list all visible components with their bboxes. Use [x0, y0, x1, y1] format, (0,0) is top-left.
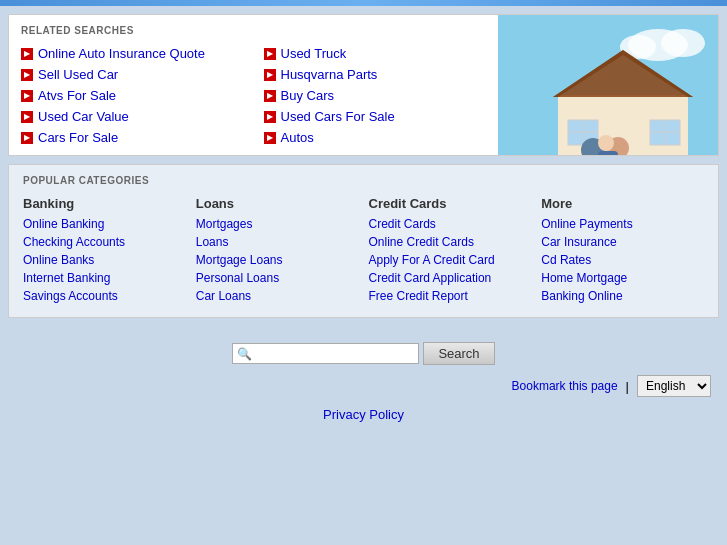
related-section: RELATED SEARCHES ▶ Online Auto Insurance…	[8, 14, 719, 156]
list-item: ▶ Online Auto Insurance Quote	[21, 46, 244, 61]
link-mortgages[interactable]: Mortgages	[196, 217, 359, 231]
category-more: More Online Payments Car Insurance Cd Ra…	[541, 196, 704, 307]
related-link-autos[interactable]: Autos	[281, 130, 314, 145]
category-loans: Loans Mortgages Loans Mortgage Loans Per…	[196, 196, 359, 307]
separator: |	[626, 379, 629, 394]
link-personal-loans[interactable]: Personal Loans	[196, 271, 359, 285]
main-wrapper: RELATED SEARCHES ▶ Online Auto Insurance…	[0, 6, 727, 440]
category-title-credit-cards: Credit Cards	[369, 196, 532, 211]
category-banking: Banking Online Banking Checking Accounts…	[23, 196, 186, 307]
arrow-icon: ▶	[21, 111, 33, 123]
bottom-bar: Bookmark this page | English Spanish Fre…	[8, 371, 719, 401]
related-links-grid: ▶ Online Auto Insurance Quote ▶ Used Tru…	[21, 46, 486, 145]
arrow-icon: ▶	[264, 69, 276, 81]
related-content: RELATED SEARCHES ▶ Online Auto Insurance…	[9, 15, 498, 155]
link-online-banks[interactable]: Online Banks	[23, 253, 186, 267]
related-header: RELATED SEARCHES	[21, 25, 486, 36]
house-background-svg	[498, 15, 718, 155]
svg-point-22	[598, 135, 614, 151]
arrow-icon: ▶	[264, 111, 276, 123]
link-credit-cards[interactable]: Credit Cards	[369, 217, 532, 231]
arrow-icon: ▶	[264, 48, 276, 60]
popular-header: POPULAR CATEGORIES	[23, 175, 704, 186]
category-title-more: More	[541, 196, 704, 211]
link-checking-accounts[interactable]: Checking Accounts	[23, 235, 186, 249]
list-item: ▶ Used Truck	[264, 46, 487, 61]
svg-point-2	[661, 29, 705, 57]
link-online-payments[interactable]: Online Payments	[541, 217, 704, 231]
link-mortgage-loans[interactable]: Mortgage Loans	[196, 253, 359, 267]
search-bar: 🔍 Search	[8, 328, 719, 371]
link-online-banking[interactable]: Online Banking	[23, 217, 186, 231]
categories-grid: Banking Online Banking Checking Accounts…	[23, 196, 704, 307]
search-button[interactable]: Search	[423, 342, 494, 365]
category-title-loans: Loans	[196, 196, 359, 211]
link-home-mortgage[interactable]: Home Mortgage	[541, 271, 704, 285]
arrow-icon: ▶	[264, 132, 276, 144]
search-input-wrapper: 🔍	[232, 343, 419, 364]
list-item: ▶ Used Cars For Sale	[264, 109, 487, 124]
list-item: ▶ Autos	[264, 130, 487, 145]
related-link-husqvarna[interactable]: Husqvarna Parts	[281, 67, 378, 82]
bookmark-link[interactable]: Bookmark this page	[512, 379, 618, 393]
link-banking-online[interactable]: Banking Online	[541, 289, 704, 303]
list-item: ▶ Atvs For Sale	[21, 88, 244, 103]
link-credit-card-application[interactable]: Credit Card Application	[369, 271, 532, 285]
related-link-online-auto[interactable]: Online Auto Insurance Quote	[38, 46, 205, 61]
arrow-icon: ▶	[264, 90, 276, 102]
list-item: ▶ Sell Used Car	[21, 67, 244, 82]
related-link-buy-cars[interactable]: Buy Cars	[281, 88, 334, 103]
popular-section: POPULAR CATEGORIES Banking Online Bankin…	[8, 164, 719, 318]
arrow-icon: ▶	[21, 132, 33, 144]
list-item: ▶ Buy Cars	[264, 88, 487, 103]
related-link-used-cars-for-sale[interactable]: Used Cars For Sale	[281, 109, 395, 124]
link-car-insurance[interactable]: Car Insurance	[541, 235, 704, 249]
related-link-atvs[interactable]: Atvs For Sale	[38, 88, 116, 103]
related-link-sell-used-car[interactable]: Sell Used Car	[38, 67, 118, 82]
link-online-credit-cards[interactable]: Online Credit Cards	[369, 235, 532, 249]
arrow-icon: ▶	[21, 48, 33, 60]
list-item: ▶ Husqvarna Parts	[264, 67, 487, 82]
related-link-cars-for-sale[interactable]: Cars For Sale	[38, 130, 118, 145]
related-image	[498, 15, 718, 155]
arrow-icon: ▶	[21, 90, 33, 102]
link-cd-rates[interactable]: Cd Rates	[541, 253, 704, 267]
link-internet-banking[interactable]: Internet Banking	[23, 271, 186, 285]
search-icon: 🔍	[237, 347, 252, 361]
search-form: 🔍 Search	[232, 342, 494, 365]
privacy-policy-link[interactable]: Privacy Policy	[323, 407, 404, 422]
related-link-used-car-value[interactable]: Used Car Value	[38, 109, 129, 124]
category-title-banking: Banking	[23, 196, 186, 211]
category-credit-cards: Credit Cards Credit Cards Online Credit …	[369, 196, 532, 307]
link-car-loans[interactable]: Car Loans	[196, 289, 359, 303]
link-savings-accounts[interactable]: Savings Accounts	[23, 289, 186, 303]
related-link-used-truck[interactable]: Used Truck	[281, 46, 347, 61]
link-apply-credit-card[interactable]: Apply For A Credit Card	[369, 253, 532, 267]
link-free-credit-report[interactable]: Free Credit Report	[369, 289, 532, 303]
list-item: ▶ Cars For Sale	[21, 130, 244, 145]
list-item: ▶ Used Car Value	[21, 109, 244, 124]
arrow-icon: ▶	[21, 69, 33, 81]
footer: Privacy Policy	[8, 401, 719, 432]
search-input[interactable]	[254, 346, 414, 361]
language-select[interactable]: English Spanish French German	[637, 375, 711, 397]
link-loans[interactable]: Loans	[196, 235, 359, 249]
svg-rect-23	[598, 151, 618, 155]
